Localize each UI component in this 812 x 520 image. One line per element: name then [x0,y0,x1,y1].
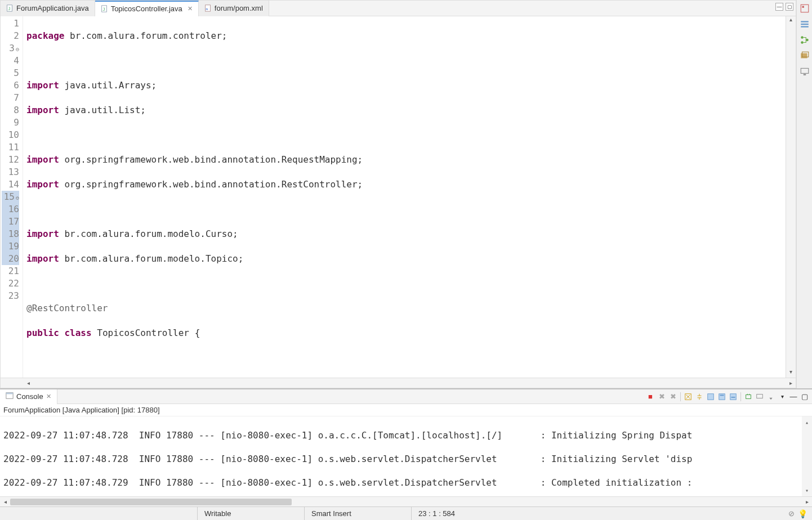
scroll-up-icon[interactable]: ▴ [802,416,812,428]
tree-icon[interactable] [800,35,810,45]
open-console-button[interactable] [743,392,753,402]
status-cursor-position[interactable]: 23 : 1 : 584 [411,507,518,520]
status-insert-mode[interactable]: Smart Insert [304,507,411,520]
svg-rect-21 [708,393,714,400]
console-header: Console ✕ ■ ✖ ✖ ▾ — ▢ [0,389,812,404]
close-icon[interactable]: ✕ [46,393,51,400]
fold-icon[interactable]: ⊖ [16,195,19,201]
console-horizontal-scrollbar[interactable]: ◂ ▸ [0,496,812,506]
status-writable[interactable]: Writable [197,507,304,520]
code-area[interactable]: package br.com.alura.forum.controler; im… [23,16,786,378]
close-icon[interactable]: ✕ [188,5,193,12]
java-file-icon: J [101,5,108,12]
editor-horizontal-scrollbar[interactable]: ◂ ▸ [1,378,796,388]
console-icon [6,392,14,401]
minimize-button[interactable]: — [788,392,798,402]
svg-rect-26 [746,395,751,398]
svg-rect-22 [719,393,725,400]
maximize-button[interactable]: ▢ [786,3,793,11]
fold-icon[interactable]: ⊖ [16,46,19,52]
console-title: Console [16,392,43,401]
display-selected-button[interactable] [755,392,765,402]
tip-icon[interactable]: ⊘ [788,509,795,518]
outline-icon[interactable] [800,3,810,14]
svg-rect-9 [801,24,809,25]
svg-point-11 [801,36,804,39]
svg-rect-16 [801,68,809,73]
tab-topicos-controller[interactable]: J TopicosController.java ✕ [95,1,199,16]
view-menu-button[interactable]: ▾ [777,392,787,402]
xml-file-icon: m [204,5,212,12]
svg-rect-6 [801,5,809,12]
tab-label: TopicosController.java [111,5,182,13]
pin-console-button[interactable] [728,392,738,402]
svg-text:m: m [206,7,208,11]
console-pane: Console ✕ ■ ✖ ✖ ▾ — ▢ ForumApplication [… [0,388,812,506]
tab-pom-xml[interactable]: m forum/pom.xml [199,1,269,16]
scroll-down-icon[interactable]: ▾ [802,485,812,496]
pin-button[interactable] [766,392,776,402]
scroll-down-icon[interactable]: ▾ [786,369,796,378]
layers-icon[interactable] [800,51,810,61]
scroll-up-icon[interactable]: ▴ [786,16,796,25]
right-toolbar [796,0,812,388]
tab-label: ForumApplication.java [16,4,89,12]
minimize-button[interactable]: — [775,3,783,11]
java-file-icon: J [6,5,14,12]
scroll-right-icon[interactable]: ▸ [802,499,812,505]
show-console-button[interactable] [717,392,727,402]
svg-rect-27 [757,394,763,398]
status-tips: ⊘ 💡 [778,509,812,518]
svg-text:J: J [8,6,10,11]
console-toolbar: ■ ✖ ✖ ▾ — ▢ [645,392,810,402]
terminate-button[interactable]: ■ [645,392,655,402]
svg-rect-7 [802,6,804,8]
editor-body: 1 2 3⊖ 4 5 6 7 8 9 10 11 12 13 14 15⊖ 16… [1,16,796,378]
console-output[interactable]: 2022-09-27 11:07:48.728 INFO 17880 --- [… [0,416,812,496]
svg-text:J: J [102,7,105,12]
status-bar: Writable Smart Insert 23 : 1 : 584 ⊘ 💡 [0,506,812,520]
svg-point-13 [801,41,804,44]
line-number-gutter[interactable]: 1 2 3⊖ 4 5 6 7 8 9 10 11 12 13 14 15⊖ 16… [1,16,23,378]
svg-point-12 [806,39,809,42]
svg-rect-25 [731,397,735,398]
svg-rect-17 [803,74,806,75]
editor-area: J ForumApplication.java J TopicosControl… [0,0,812,388]
editor-window-controls: — ▢ [775,3,793,11]
maximize-button[interactable]: ▢ [800,392,810,402]
console-tab[interactable]: Console ✕ [0,389,57,404]
scroll-lock-button[interactable] [694,392,704,402]
bulb-icon[interactable]: 💡 [798,509,807,518]
editor-vertical-scrollbar[interactable]: ▴ ▾ [786,16,796,378]
console-launch-label: ForumApplication [Java Application] [pid… [0,404,812,416]
svg-rect-8 [801,21,809,22]
console-vertical-scrollbar[interactable]: ▴ ▾ [802,416,812,496]
svg-rect-19 [6,393,13,395]
svg-rect-23 [720,395,724,396]
clear-button[interactable] [683,392,693,402]
svg-rect-10 [801,26,809,27]
editor-tabbar: J ForumApplication.java J TopicosControl… [1,1,796,16]
scroll-left-icon[interactable]: ◂ [23,380,33,386]
scrollbar-thumb[interactable] [10,499,292,505]
tab-label: forum/pom.xml [215,4,263,12]
editor-pane: J ForumApplication.java J TopicosControl… [0,0,796,388]
word-wrap-button[interactable] [706,392,716,402]
status-empty [0,507,197,520]
remove-launch-button[interactable]: ✖ [657,392,667,402]
remove-all-button[interactable]: ✖ [668,392,678,402]
tab-forum-application[interactable]: J ForumApplication.java [1,1,95,16]
task-list-icon[interactable] [800,19,810,29]
monitor-icon[interactable] [800,66,810,77]
scroll-left-icon[interactable]: ◂ [0,499,10,505]
scroll-right-icon[interactable]: ▸ [786,380,796,386]
